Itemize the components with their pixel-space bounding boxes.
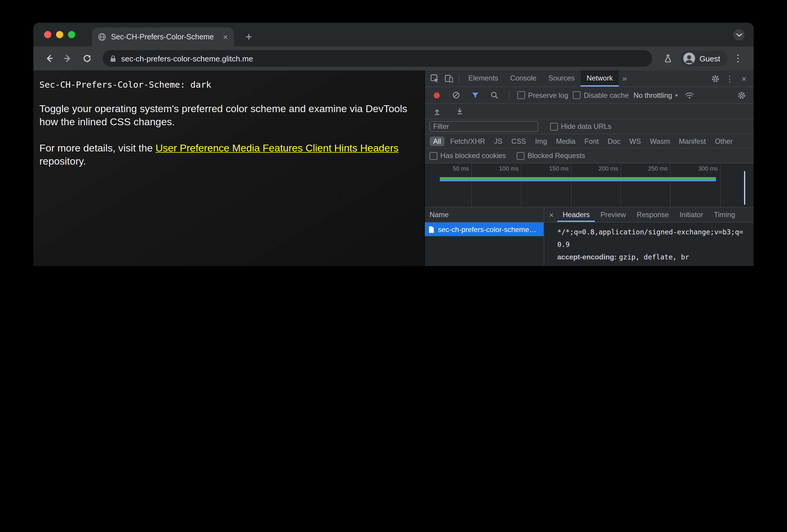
tab-close-icon[interactable]: × <box>223 33 228 41</box>
network-settings-button[interactable] <box>735 88 749 102</box>
network-toolbar: Preserve log Disable cache No throttling… <box>425 87 753 104</box>
tab-headers[interactable]: Headers <box>557 207 595 222</box>
tab-preview[interactable]: Preview <box>595 207 631 222</box>
filter-chip-css[interactable]: CSS <box>508 136 530 146</box>
color-scheme-status-text: Sec-CH-Prefers-Color-Scheme: dark <box>39 80 417 89</box>
gridline <box>521 163 522 207</box>
profile-button[interactable]: Guest <box>681 51 727 66</box>
back-arrow-icon <box>44 54 54 63</box>
tab-elements[interactable]: Elements <box>463 70 504 87</box>
filter-chip-media[interactable]: Media <box>553 136 579 146</box>
browser-tab[interactable]: Sec-CH-Prefers-Color-Scheme × <box>92 27 234 46</box>
clear-network-log-button[interactable] <box>449 88 463 102</box>
devtools-settings-button[interactable] <box>708 71 723 86</box>
requests-detail-split: Name sec-ch-prefers-color-scheme… × Head… <box>425 207 753 266</box>
tab-title: Sec-CH-Prefers-Color-Scheme <box>111 33 218 41</box>
header-value: en-US,en;q=0.9 <box>618 265 676 266</box>
search-button[interactable] <box>487 88 501 102</box>
window-minimize-button[interactable] <box>56 31 63 38</box>
browser-menu-button[interactable]: ⋮ <box>730 50 746 67</box>
upload-arrow-icon <box>433 107 441 115</box>
filter-bar: Hide data URLs <box>425 119 753 134</box>
headers-list: */*;q=0.8,application/signed-exchange;v=… <box>544 222 753 266</box>
gridline <box>720 163 721 207</box>
search-icon <box>490 91 498 99</box>
har-toolbar <box>425 104 753 119</box>
close-detail-icon[interactable]: × <box>545 210 557 219</box>
beaker-icon <box>663 54 673 63</box>
tab-sources[interactable]: Sources <box>543 70 580 87</box>
header-name: accept-language: <box>557 265 616 266</box>
filter-chip-ws[interactable]: WS <box>626 136 645 146</box>
filter-chip-other[interactable]: Other <box>711 136 736 146</box>
filter-input[interactable] <box>430 121 538 132</box>
record-network-log-button[interactable] <box>430 88 444 102</box>
filter-chip-fetch-xhr[interactable]: Fetch/XHR <box>447 136 489 146</box>
new-tab-button[interactable]: + <box>242 30 255 44</box>
more-tabs-icon[interactable]: » <box>619 74 630 83</box>
requests-table: Name sec-ch-prefers-color-scheme… <box>425 207 544 266</box>
back-button[interactable] <box>41 50 57 67</box>
throttling-dropdown[interactable]: No throttling ▾ <box>634 91 678 99</box>
devtools-menu-button[interactable]: ⋮ <box>723 71 737 86</box>
filter-chip-js[interactable]: JS <box>490 136 506 146</box>
request-detail-panel: × Headers Preview Response Initiator Tim… <box>544 207 753 266</box>
repository-link[interactable]: User Preference Media Features Client Hi… <box>155 142 398 154</box>
tab-timing[interactable]: Timing <box>708 207 741 222</box>
lock-icon[interactable] <box>110 54 116 62</box>
url-text: sec-ch-prefers-color-scheme.glitch.me <box>121 54 253 63</box>
tab-network[interactable]: Network <box>580 70 619 87</box>
window-zoom-button[interactable] <box>68 31 75 38</box>
tick-label: 100 ms <box>485 165 518 172</box>
tab-response[interactable]: Response <box>631 207 674 222</box>
tab-console[interactable]: Console <box>504 70 543 87</box>
tick-label: 250 ms <box>634 165 668 172</box>
reload-button[interactable] <box>79 50 95 67</box>
filter-toggle-button[interactable] <box>468 88 482 102</box>
devtools-close-button[interactable]: × <box>737 71 751 86</box>
kebab-menu-icon: ⋮ <box>733 54 743 63</box>
inspect-element-button[interactable] <box>427 71 442 86</box>
network-overview-timeline[interactable]: 50 ms 100 ms 150 ms 200 ms 250 ms 300 ms <box>425 163 753 207</box>
has-blocked-cookies-checkbox[interactable]: Has blocked cookies <box>430 152 506 160</box>
forward-arrow-icon <box>63 54 73 63</box>
disable-cache-checkbox[interactable]: Disable cache <box>573 91 629 99</box>
import-har-button[interactable] <box>430 104 444 118</box>
preserve-log-checkbox[interactable]: Preserve log <box>517 91 568 99</box>
web-page: Sec-CH-Prefers-Color-Scheme: dark Toggle… <box>34 70 424 266</box>
tick-label: 200 ms <box>585 165 618 172</box>
checkbox-label: Has blocked cookies <box>440 152 506 160</box>
filter-chip-manifest[interactable]: Manifest <box>675 136 709 146</box>
detail-tab-bar: × Headers Preview Response Initiator Tim… <box>544 207 753 222</box>
labs-beaker-button[interactable] <box>660 50 676 67</box>
load-event-line <box>744 171 745 204</box>
blocked-requests-checkbox[interactable]: Blocked Requests <box>517 152 585 160</box>
device-toolbar-button[interactable] <box>442 71 456 86</box>
filter-chip-wasm[interactable]: Wasm <box>646 136 673 146</box>
inspect-cursor-icon <box>430 74 439 83</box>
forward-button[interactable] <box>60 50 77 67</box>
header-name: accept-encoding: <box>557 253 617 261</box>
request-row[interactable]: sec-ch-prefers-color-scheme… <box>425 222 544 236</box>
tab-strip: Sec-CH-Prefers-Color-Scheme × + <box>34 23 753 46</box>
browser-window: Sec-CH-Prefers-Color-Scheme × + <box>34 23 753 266</box>
gridline <box>620 163 621 207</box>
filter-chip-doc[interactable]: Doc <box>604 136 624 146</box>
gridline <box>670 163 671 207</box>
filter-chip-img[interactable]: Img <box>531 136 550 146</box>
checkbox-icon <box>517 91 525 99</box>
checkbox-icon <box>550 123 558 130</box>
tab-initiator[interactable]: Initiator <box>674 207 708 222</box>
filter-chip-font[interactable]: Font <box>581 136 602 146</box>
hide-data-urls-checkbox[interactable]: Hide data URLs <box>550 122 611 131</box>
header-row: accept-language:en-US,en;q=0.9 <box>557 264 746 266</box>
export-har-button[interactable] <box>452 104 467 118</box>
name-column-header[interactable]: Name <box>425 207 544 222</box>
filter-chip-all[interactable]: All <box>430 136 445 146</box>
window-close-button[interactable] <box>44 31 51 38</box>
profile-label: Guest <box>700 54 720 63</box>
window-content: Sec-CH-Prefers-Color-Scheme: dark Toggle… <box>34 70 753 266</box>
address-bar[interactable]: sec-ch-prefers-color-scheme.glitch.me <box>103 50 653 67</box>
tab-search-button[interactable] <box>733 29 745 41</box>
network-conditions-button[interactable] <box>683 88 697 102</box>
